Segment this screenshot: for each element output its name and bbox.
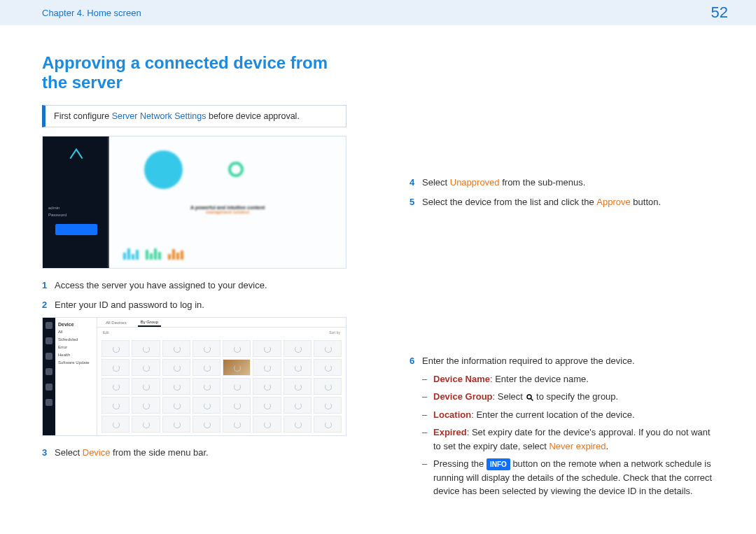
shot2-nav [43, 318, 55, 435]
page-header: Chapter 4. Home screen 52 [0, 0, 756, 25]
term-device-group: Device Group [433, 391, 493, 402]
desc-location: : Enter the current location of the devi… [471, 409, 634, 420]
bullet-location: Location: Enter the current location of … [422, 408, 714, 422]
left-column: Approving a connected device from the se… [42, 53, 346, 504]
step-5-post: button. [631, 197, 661, 207]
shot1-main: A powerful and intuitive content managem… [109, 136, 346, 268]
login-button [55, 224, 97, 235]
term-expired: Expired [433, 427, 467, 437]
logo-icon [48, 145, 104, 164]
steps-list-left-a: Access the server you have assigned to y… [42, 279, 346, 311]
magnifier-icon [526, 391, 534, 402]
bullet-info: Pressing the INFO button on the remote w… [422, 457, 714, 498]
shot2-main: All Devices By Group Edit Sort by [97, 318, 346, 435]
step-2: Enter your ID and password to log in. [42, 298, 346, 312]
step-5-pre: Select the device from the list and clic… [422, 197, 596, 207]
panel-title: Device [58, 322, 94, 327]
page-number: 52 [711, 3, 728, 22]
step-6-sublist: Device Name: Enter the device name. Devi… [422, 372, 714, 498]
step-1: Access the server you have assigned to y… [42, 279, 346, 293]
nav-icon [46, 322, 52, 329]
nav-icon [46, 384, 52, 391]
term-device-name: Device Name [433, 374, 490, 384]
note-prefix: First configure [54, 111, 112, 121]
step-5: Select the device from the list and clic… [410, 195, 714, 209]
steps-list-right-b: Enter the information required to approv… [410, 354, 714, 498]
note-link[interactable]: Server Network Settings [112, 111, 206, 121]
svg-point-0 [527, 395, 531, 399]
nav-icon [46, 337, 52, 344]
screenshot-login: admin Password A powerful and intuitive … [42, 136, 346, 269]
steps-list-right: Select Unapproved from the sub-menus. Se… [410, 176, 714, 209]
step-3-pre: Select [55, 447, 83, 458]
right-column: Select Unapproved from the sub-menus. Se… [410, 53, 714, 504]
bullet-device-name: Device Name: Enter the device name. [422, 372, 714, 386]
term-location: Location [433, 409, 471, 420]
step-3: Select Device from the side menu bar. [42, 446, 346, 460]
toolbar-edit: Edit [103, 330, 109, 335]
shot1-tagline2: management solution [206, 210, 249, 214]
step-4-post: from the sub-menus. [500, 177, 586, 188]
note-suffix: before device approval. [206, 111, 299, 121]
step-6: Enter the information required to approv… [410, 354, 714, 498]
step-1-text: Access the server you have assigned to y… [55, 280, 267, 290]
screenshot-device-list: Device All Scheduled Error Health Softwa… [42, 317, 346, 436]
tab-all-devices: All Devices [103, 319, 130, 326]
shot1-tagline1: A powerful and intuitive content [190, 205, 265, 210]
step-2-text: Enter your ID and password to log in. [55, 300, 204, 310]
step-4-pre: Select [422, 177, 450, 188]
svg-line-1 [531, 398, 533, 400]
step-3-hl: Device [83, 447, 111, 458]
nav-icon [46, 368, 52, 375]
hl-never-expired: Never expired [549, 441, 606, 451]
step-4-hl: Unapproved [450, 177, 500, 188]
nav-icon [46, 353, 52, 360]
shot1-sidebar: admin Password [43, 136, 109, 268]
info-badge: INFO [486, 458, 510, 470]
device-grid [97, 337, 346, 435]
step-4: Select Unapproved from the sub-menus. [410, 176, 714, 190]
page-title: Approving a connected device from the se… [42, 53, 346, 92]
desc-device-group-post: to specify the group. [534, 391, 619, 402]
steps-list-left-b: Select Device from the side menu bar. [42, 446, 346, 460]
chapter-label: Chapter 4. Home screen [42, 8, 141, 18]
bullet-expired: Expired: Set expiry date for the device'… [422, 426, 714, 453]
page-content: Approving a connected device from the se… [0, 25, 756, 504]
tab-by-group: By Group [138, 318, 161, 327]
info-pre: Pressing the [433, 458, 486, 469]
config-note: First configure Server Network Settings … [42, 105, 346, 127]
nav-icon [46, 399, 52, 406]
desc-device-name: : Enter the device name. [490, 374, 589, 384]
desc-device-group-pre: : Select [493, 391, 526, 402]
step-5-hl: Approve [596, 197, 630, 207]
step-6-text: Enter the information required to approv… [422, 356, 635, 366]
step-3-post: from the side menu bar. [111, 447, 209, 458]
shot2-panel: Device All Scheduled Error Health Softwa… [55, 318, 97, 435]
toolbar-sort: Sort by [329, 330, 340, 335]
desc-expired-post: . [606, 441, 608, 451]
bullet-device-group: Device Group: Select to specify the grou… [422, 390, 714, 404]
